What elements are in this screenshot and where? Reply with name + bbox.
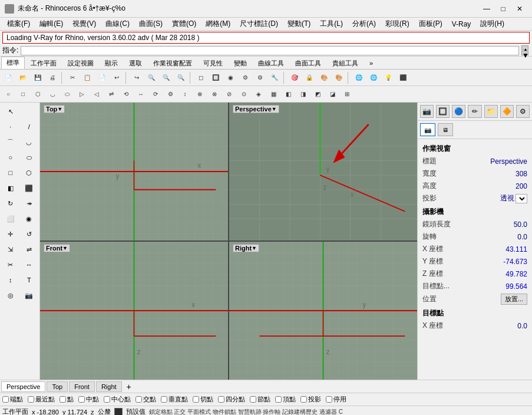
- toolbar-tab-0[interactable]: 標準: [1, 57, 25, 69]
- menu-item-r[interactable]: 彩現(R): [381, 18, 414, 30]
- toolbar-btn-0[interactable]: 📄: [1, 71, 15, 84]
- toolbar2-btn-10[interactable]: ⟳: [148, 88, 163, 101]
- toolbar2-btn-14[interactable]: ⊗: [207, 88, 222, 101]
- rp-icon-camera-active[interactable]: 📷: [420, 123, 435, 136]
- circle-tool[interactable]: ○: [2, 150, 19, 164]
- ellipse-tool[interactable]: ⬭: [21, 150, 38, 164]
- polygon-tool[interactable]: ⬡: [21, 166, 38, 180]
- toolbar-btn-4[interactable]: ✂: [65, 71, 80, 84]
- cmd-scroll-up[interactable]: ▲: [521, 45, 528, 50]
- toolbar-tab-2[interactable]: 設定視圖: [62, 57, 99, 69]
- bottom-tab-add[interactable]: +: [123, 381, 135, 393]
- menu-item-vray[interactable]: V-Ray: [447, 19, 476, 29]
- toolbar-btn-22[interactable]: 🌐: [352, 71, 366, 84]
- toolbar-btn-25[interactable]: ⬛: [396, 71, 410, 84]
- statusbar-cb-7[interactable]: [193, 396, 199, 403]
- rp-tab-light[interactable]: 🔲: [436, 105, 450, 118]
- viewport-right[interactable]: Right ▼: [229, 242, 417, 380]
- menu-item-v[interactable]: 視覺(V): [68, 18, 101, 30]
- statusbar-cb-10[interactable]: [275, 396, 282, 403]
- scale-tool[interactable]: ⇲: [2, 242, 19, 256]
- toolbar-btn-16[interactable]: ⚙: [253, 71, 267, 84]
- toolbar-btn-1[interactable]: 📂: [16, 71, 30, 84]
- menu-item-o[interactable]: 實體(O): [167, 18, 201, 30]
- toolbar2-btn-19[interactable]: ◧: [281, 88, 295, 101]
- viewport-perspective[interactable]: Perspective ▼: [229, 103, 417, 241]
- statusbar-cb-8[interactable]: [218, 396, 224, 403]
- viewport-front[interactable]: Front ▼: [40, 242, 228, 380]
- rp-tab-render[interactable]: ✏: [468, 105, 481, 118]
- toolbar2-btn-17[interactable]: ◈: [252, 88, 266, 101]
- toolbar2-btn-5[interactable]: ▷: [75, 88, 89, 101]
- arc-tool[interactable]: ◡: [21, 135, 38, 149]
- maximize-button[interactable]: □: [495, 2, 511, 15]
- toolbar2-btn-20[interactable]: ◨: [296, 88, 310, 101]
- text-tool[interactable]: T: [21, 273, 38, 287]
- toolbar-btn-8[interactable]: ↪: [130, 71, 144, 84]
- statusbar-cb-1[interactable]: [28, 396, 34, 403]
- menu-item-c[interactable]: 曲線(C): [101, 18, 134, 30]
- rp-btn-place[interactable]: 放置...: [501, 294, 527, 305]
- curve-tool[interactable]: ⌒: [2, 135, 19, 149]
- viewport-front-label[interactable]: Front ▼: [44, 244, 70, 252]
- toolbar-tab-10[interactable]: 貴組工具: [327, 57, 364, 69]
- bottom-tab-top[interactable]: Top: [47, 381, 68, 392]
- extend-tool[interactable]: ↔: [21, 258, 38, 272]
- rp-gear-icon[interactable]: ⚙: [516, 105, 530, 118]
- toolbar-btn-10[interactable]: 🔍: [159, 71, 173, 84]
- menu-item-f[interactable]: 檔案(F): [2, 18, 35, 30]
- toolbar2-btn-3[interactable]: ◡: [45, 88, 60, 101]
- menu-item-t[interactable]: 變動(T): [283, 18, 315, 30]
- sphere-tool[interactable]: ◉: [21, 212, 38, 226]
- line-tool[interactable]: /: [21, 120, 38, 134]
- toolbar-tab-11[interactable]: »: [364, 58, 378, 68]
- rp-tab-cam[interactable]: 📷: [420, 105, 434, 118]
- rp-select-projection[interactable]: [516, 194, 527, 203]
- toolbar2-btn-15[interactable]: ⊘: [222, 88, 236, 101]
- viewport-perspective-label[interactable]: Perspective ▼: [233, 105, 279, 113]
- move-tool[interactable]: ✛: [2, 227, 19, 241]
- toolbar2-btn-13[interactable]: ⊕: [193, 88, 207, 101]
- surface-tool[interactable]: ◧: [2, 181, 19, 195]
- box-tool[interactable]: ⬜: [2, 212, 19, 226]
- menu-item-m[interactable]: 網格(M): [201, 18, 235, 30]
- toolbar-btn-9[interactable]: 🔍: [144, 71, 158, 84]
- toolbar2-btn-8[interactable]: ⟲: [119, 88, 133, 101]
- menu-item-d[interactable]: 尺寸標註(D): [235, 18, 283, 30]
- toolbar-btn-17[interactable]: 🔧: [267, 71, 282, 84]
- toolbar2-btn-23[interactable]: ⊞: [340, 88, 354, 101]
- toolbar-btn-14[interactable]: ◉: [223, 71, 237, 84]
- rect-tool[interactable]: □: [2, 166, 19, 180]
- menu-item-s[interactable]: 曲面(S): [134, 18, 167, 30]
- statusbar-cb-4[interactable]: [104, 396, 110, 403]
- toolbar-btn-23[interactable]: 🌐: [366, 71, 381, 84]
- toolbar-tab-9[interactable]: 曲面工具: [290, 57, 326, 69]
- toolbar2-btn-22[interactable]: ◪: [325, 88, 339, 101]
- toolbar-btn-12[interactable]: ◻: [194, 71, 208, 84]
- statusbar-cb-5[interactable]: [136, 396, 142, 403]
- close-button[interactable]: ✕: [512, 2, 527, 15]
- menu-item-l[interactable]: 工具(L): [315, 18, 348, 30]
- sweep-tool[interactable]: ↠: [21, 196, 38, 210]
- toolbar-tab-5[interactable]: 作業視窗配置: [148, 57, 197, 69]
- toolbar2-btn-16[interactable]: ⊙: [237, 88, 251, 101]
- toolbar2-btn-1[interactable]: □: [16, 88, 30, 101]
- toolbar-btn-5[interactable]: 📋: [80, 71, 94, 84]
- toolbar-btn-18[interactable]: 🎯: [288, 71, 302, 84]
- toolbar-btn-11[interactable]: 🔍: [174, 71, 188, 84]
- toolbar2-btn-6[interactable]: ◁: [90, 88, 104, 101]
- toolbar-tab-6[interactable]: 可見性: [198, 57, 228, 69]
- extrude-tool[interactable]: ⬛: [21, 181, 38, 195]
- toolbar2-btn-9[interactable]: ↔: [134, 88, 148, 101]
- bottom-tab-right[interactable]: Right: [96, 381, 122, 392]
- toolbar-tab-3[interactable]: 顯示: [100, 57, 123, 69]
- toolbar-btn-15[interactable]: ⚙: [238, 71, 252, 84]
- cmd-scroll-down[interactable]: ▼: [521, 51, 528, 55]
- toolbar-tab-4[interactable]: 選取: [124, 57, 147, 69]
- menu-item-p[interactable]: 面板(P): [414, 18, 447, 30]
- select-tool[interactable]: ↖: [2, 104, 19, 118]
- toolbar2-btn-2[interactable]: ⬡: [31, 88, 45, 101]
- toolbar-btn-7[interactable]: ↩: [110, 71, 124, 84]
- toolbar-btn-21[interactable]: 🎨: [332, 71, 346, 84]
- menu-item-e[interactable]: 編輯(E): [35, 18, 68, 30]
